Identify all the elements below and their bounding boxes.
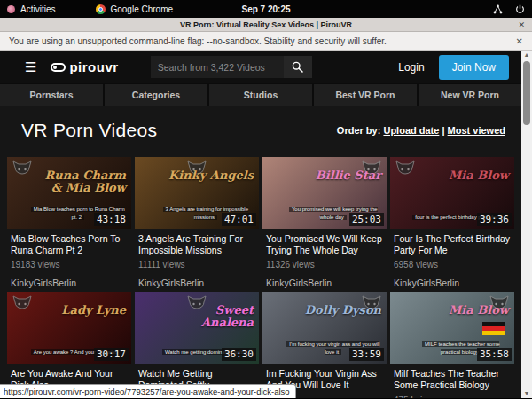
join-now-button[interactable]: Join Now bbox=[439, 55, 509, 80]
tab-close-icon[interactable]: ✕ bbox=[518, 20, 525, 29]
video-card: Lady Lyne Are you awake ? And your dick … bbox=[7, 292, 131, 398]
duration-badge: 43:18 bbox=[94, 213, 129, 226]
power-icon[interactable] bbox=[515, 4, 525, 14]
video-card: Billie Star You promised we will keep tr… bbox=[262, 157, 387, 288]
order-by: Order by: Upload date | Most viewed bbox=[337, 125, 505, 136]
thumbnail-overlay-name: Runa Charm & Mia Blow bbox=[34, 169, 126, 193]
video-title-link[interactable]: Mia Blow Teaches Porn To Runa Charm Pt 2 bbox=[11, 233, 129, 256]
view-count: 4754 views bbox=[394, 395, 512, 399]
video-grid: Runa Charm & Mia Blow Mia Blow teaches p… bbox=[0, 150, 521, 398]
scrollbar[interactable]: ▲ ▼ bbox=[521, 51, 532, 398]
search-box bbox=[151, 56, 312, 78]
studio-cat-logo-icon bbox=[12, 295, 32, 317]
order-most-viewed-link[interactable]: Most viewed bbox=[448, 125, 505, 136]
os-taskbar: Activities Google Chrome Sep 7 20:25 bbox=[0, 0, 532, 18]
video-card: Dolly Dyson I'm fucking your virgin ass … bbox=[262, 292, 387, 398]
duration-badge: 35:58 bbox=[477, 348, 512, 361]
video-thumbnail[interactable]: Mia Blow MILF teaches the teacher some p… bbox=[390, 292, 514, 364]
site-logo[interactable]: pirouvr bbox=[51, 59, 118, 74]
studio-link[interactable]: KinkyGirlsBerlin bbox=[11, 278, 129, 288]
chrome-infobar: You are using an unsupported command-lin… bbox=[0, 32, 532, 51]
search-button[interactable] bbox=[284, 56, 312, 78]
video-thumbnail[interactable]: Lady Lyne Are you awake ? And your dick … bbox=[7, 292, 131, 364]
nav-item-pornstars[interactable]: Pornstars bbox=[0, 84, 103, 106]
view-count: 6958 views bbox=[394, 260, 512, 270]
logo-text: pirouvr bbox=[69, 59, 118, 74]
video-meta: Mia Blow Teaches Porn To Runa Charm Pt 2… bbox=[7, 229, 131, 288]
video-meta: Four Is The Perfect Birthday Party For M… bbox=[390, 229, 514, 288]
thumbnail-overlay-name: Dolly Dyson bbox=[289, 304, 381, 317]
system-tray bbox=[493, 4, 525, 14]
video-title-link[interactable]: Four Is The Perfect Birthday Party For M… bbox=[394, 233, 512, 256]
thumbnail-overlay-name: Lady Lyne bbox=[34, 304, 126, 317]
clock[interactable]: Sep 7 20:25 bbox=[0, 4, 532, 14]
order-upload-date-link[interactable]: Upload date bbox=[383, 125, 439, 136]
login-link[interactable]: Login bbox=[398, 61, 424, 74]
network-icon[interactable] bbox=[493, 4, 503, 14]
studio-cat-logo-icon bbox=[395, 160, 415, 182]
search-input[interactable] bbox=[151, 56, 284, 78]
nav-item-new-vr-porn[interactable]: New VR Porn bbox=[419, 84, 521, 106]
status-url-bubble: https://pirouvr.com/vr-porn-video/779325… bbox=[0, 384, 296, 398]
video-thumbnail[interactable]: Dolly Dyson I'm fucking your virgin ass … bbox=[262, 292, 387, 364]
video-thumbnail[interactable]: Sweet Analena Watch me getting dominated… bbox=[135, 292, 259, 364]
video-title-link[interactable]: 3 Angels Are Training For Impossible Mis… bbox=[138, 233, 257, 256]
duration-badge: 30:17 bbox=[94, 348, 129, 361]
nav-item-categories[interactable]: Categories bbox=[105, 84, 207, 106]
video-card: Kinky Angels 3 Angels are training for i… bbox=[135, 157, 259, 288]
menu-icon[interactable]: ☰ bbox=[25, 60, 36, 74]
thumbnail-overlay-name: Sweet Analena bbox=[161, 304, 254, 328]
infobar-close-icon[interactable]: ✕ bbox=[516, 36, 523, 46]
video-card: Mia Blow MILF teaches the teacher some p… bbox=[390, 292, 514, 398]
order-separator: | bbox=[439, 125, 447, 136]
infobar-message: You are using an unsupported command-lin… bbox=[9, 36, 387, 46]
order-by-label: Order by: bbox=[337, 125, 381, 136]
view-count: 11111 views bbox=[138, 260, 257, 270]
view-count: 11326 views bbox=[266, 260, 385, 270]
studio-link[interactable]: KinkyGirlsBerlin bbox=[394, 278, 512, 288]
video-title-link[interactable]: Milf Teaches The Teacher Some Practical … bbox=[394, 368, 512, 391]
video-card: Sweet Analena Watch me getting dominated… bbox=[135, 292, 259, 398]
video-card: Runa Charm & Mia Blow Mia Blow teaches p… bbox=[7, 157, 131, 288]
nav-item-studios[interactable]: Studios bbox=[209, 84, 312, 106]
page-head: VR Porn Videos Order by: Upload date | M… bbox=[0, 106, 521, 150]
site-header: ☰ pirouvr Login Join Now bbox=[0, 51, 521, 83]
main-nav: Pornstars Categories Studios Best VR Por… bbox=[0, 83, 521, 106]
german-flag-icon bbox=[482, 322, 505, 335]
thumbnail-overlay-name: Mia Blow bbox=[417, 304, 509, 317]
duration-badge: 33:59 bbox=[349, 348, 384, 361]
browser-tab-bar: VR Porn: Virtual Reality Sex Videos | Pi… bbox=[0, 18, 532, 32]
search-icon bbox=[292, 61, 303, 73]
scrollbar-thumb[interactable] bbox=[523, 61, 530, 125]
nav-item-best-vr-porn[interactable]: Best VR Porn bbox=[314, 84, 417, 106]
video-thumbnail[interactable]: Runa Charm & Mia Blow Mia Blow teaches p… bbox=[7, 157, 131, 229]
scroll-down-icon[interactable]: ▼ bbox=[524, 389, 530, 398]
video-thumbnail[interactable]: Mia Blow four is the perfect birthday pa… bbox=[390, 157, 514, 229]
thumbnail-overlay-name: Kinky Angels bbox=[161, 169, 254, 182]
duration-badge: 47:01 bbox=[222, 213, 256, 226]
scroll-up-icon[interactable]: ▲ bbox=[524, 51, 530, 59]
duration-badge: 36:30 bbox=[222, 348, 256, 361]
page-title: VR Porn Videos bbox=[21, 120, 157, 141]
video-thumbnail[interactable]: Billie Star You promised we will keep tr… bbox=[262, 157, 387, 229]
video-meta: You Promised We Will Keep Trying The Who… bbox=[262, 229, 387, 288]
video-card: Mia Blow four is the perfect birthday pa… bbox=[390, 157, 514, 288]
studio-cat-logo-icon bbox=[12, 160, 32, 182]
vr-goggles-icon bbox=[51, 63, 66, 72]
video-meta: Milf Teaches The Teacher Some Practical … bbox=[390, 364, 514, 398]
studio-link[interactable]: KinkyGirlsBerlin bbox=[266, 278, 385, 288]
video-meta: 3 Angels Are Training For Impossible Mis… bbox=[135, 229, 259, 288]
view-count: 19183 views bbox=[11, 260, 129, 270]
thumbnail-overlay-name: Mia Blow bbox=[417, 169, 509, 182]
studio-link[interactable]: KinkyGirlsBerlin bbox=[138, 278, 257, 288]
video-title-link[interactable]: You Promised We Will Keep Trying The Who… bbox=[266, 233, 385, 256]
tab-title[interactable]: VR Porn: Virtual Reality Sex Videos | Pi… bbox=[180, 20, 352, 29]
thumbnail-overlay-name: Billie Star bbox=[289, 169, 381, 182]
duration-badge: 25:03 bbox=[349, 213, 384, 226]
video-thumbnail[interactable]: Kinky Angels 3 Angels are training for i… bbox=[135, 157, 259, 229]
duration-badge: 39:36 bbox=[477, 213, 512, 226]
browser-viewport: ☰ pirouvr Login Join Now Pornstars Categ… bbox=[0, 51, 532, 398]
